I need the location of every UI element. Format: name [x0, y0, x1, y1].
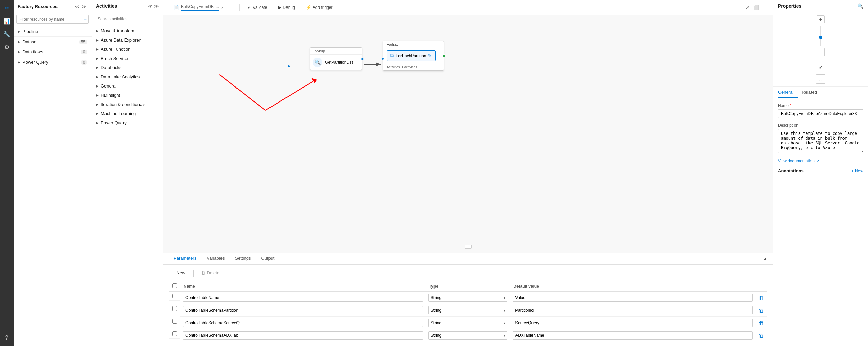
tab-parameters[interactable]: Parameters [169, 253, 201, 264]
activity-group-azfunc[interactable]: ▶ Azure Function [92, 45, 163, 54]
factory-expand-icon[interactable]: ≫ [81, 3, 87, 10]
row2-default-input[interactable] [513, 306, 753, 314]
nav-dataset[interactable]: ▶ Dataset 55 [14, 37, 92, 47]
row2-delete-button[interactable]: 🗑 [758, 307, 765, 314]
add-annotation-button[interactable]: + New [851, 169, 863, 173]
row1-checkbox[interactable] [172, 294, 177, 298]
row1-type-select[interactable]: String [428, 294, 507, 302]
activity-group-batch[interactable]: ▶ Batch Service [92, 54, 163, 63]
nav-dataflows[interactable]: ▶ Data flows 0 [14, 47, 92, 57]
tab-variables[interactable]: Variables [202, 253, 229, 264]
params-delete-button[interactable]: 🗑 Delete [198, 269, 223, 277]
validate-label: Validate [253, 5, 267, 10]
bottom-collapse-icon[interactable]: ▲ [763, 253, 767, 264]
select-all-checkbox[interactable] [172, 283, 177, 288]
name-input[interactable] [778, 109, 863, 118]
foreach-node[interactable]: ForEach ⧉ ForEachPartition ✎ Activities … [383, 41, 444, 71]
row1-name-input[interactable] [183, 294, 423, 302]
activities-expand-icon[interactable]: ≫ [154, 4, 159, 9]
canvas-collapse-button[interactable]: — [465, 245, 472, 249]
fit-selection-button[interactable]: ⬚ [816, 74, 825, 84]
pencil-icon[interactable]: ✏ [1, 3, 12, 14]
params-new-button[interactable]: + New [169, 269, 189, 277]
factory-add-button[interactable]: + [84, 16, 87, 22]
lookup-node[interactable]: Lookup 🔍 GetPartitionList [310, 47, 362, 70]
foreach-edit-icon[interactable]: ✎ [428, 53, 432, 58]
canvas-zoom-controls: + − [773, 12, 868, 60]
add-annotation-label: New [855, 169, 863, 173]
activities-collapse-icon[interactable]: ≪ [148, 4, 153, 9]
split-view-icon[interactable]: ⬜ [753, 5, 759, 10]
tab-related[interactable]: Related [802, 87, 821, 98]
activities-search-bar [95, 15, 160, 23]
row4-checkbox[interactable] [172, 331, 177, 336]
description-textarea[interactable]: Use this template to copy large amount o… [778, 129, 863, 153]
properties-body: Name * Description Use this template to … [773, 98, 868, 346]
activity-group-hdinsight[interactable]: ▶ HDInsight [92, 91, 163, 100]
row1-delete-button[interactable]: 🗑 [758, 294, 765, 301]
row3-default-input[interactable] [513, 319, 753, 327]
zoom-in-button[interactable]: + [817, 15, 825, 23]
tab-general[interactable]: General [778, 87, 798, 98]
row3-type-select[interactable]: String [428, 319, 507, 327]
zoom-out-button[interactable]: − [817, 48, 825, 56]
params-new-label: New [177, 270, 185, 276]
activities-search-input[interactable] [95, 15, 160, 23]
nav-pipeline[interactable]: ▶ Pipeline [14, 27, 92, 37]
row2-type-select[interactable]: String [428, 306, 507, 314]
nav-powerquery[interactable]: ▶ Power Query 0 [14, 57, 92, 67]
file-tab[interactable]: 📄 BulkCopyFromDBT... × [169, 2, 228, 13]
row3-name-input[interactable] [183, 319, 423, 327]
row4-name-input[interactable] [183, 331, 423, 340]
row3-name-cell [180, 317, 426, 329]
gear-icon[interactable]: ⚙ [1, 42, 12, 52]
foreach-input-port[interactable] [381, 57, 384, 60]
foreach-output-port[interactable] [443, 54, 445, 57]
more-options-icon[interactable]: ... [763, 5, 767, 10]
params-delete-icon: 🗑 [201, 270, 206, 276]
tab-output[interactable]: Output [256, 253, 279, 264]
help-icon[interactable]: ? [1, 332, 12, 343]
properties-search-icon[interactable]: 🔍 [857, 3, 863, 9]
activity-group-ml[interactable]: ▶ Machine Learning [92, 109, 163, 118]
factory-search-input[interactable] [16, 15, 89, 24]
row2-default-cell [510, 304, 755, 317]
row4-default-input[interactable] [513, 331, 753, 340]
debug-button[interactable]: ▶ Debug [275, 3, 297, 11]
toolbox-icon[interactable]: 🔧 [1, 29, 12, 40]
activity-group-pq[interactable]: ▶ Power Query [92, 118, 163, 127]
activity-group-databricks[interactable]: ▶ Databricks [92, 63, 163, 72]
zoom-thumb[interactable] [819, 36, 822, 39]
expand-view-icon[interactable]: ⤢ [745, 5, 749, 10]
row3-delete-button[interactable]: 🗑 [758, 319, 765, 327]
factory-collapse-icon[interactable]: ≪ [74, 3, 80, 10]
foreach-node-header: ForEach [383, 41, 444, 48]
activity-group-iteration[interactable]: ▶ Iteration & conditionals [92, 100, 163, 109]
row4-type-select[interactable]: String [428, 331, 507, 340]
view-documentation-link[interactable]: View documentation ↗ [778, 159, 863, 163]
monitor-icon[interactable]: 📊 [1, 16, 12, 27]
activity-group-dla[interactable]: ▶ Data Lake Analytics [92, 72, 163, 81]
pipeline-canvas[interactable]: Lookup 🔍 GetPartitionList ForEach ⧉ ForE… [163, 15, 773, 253]
activity-group-move[interactable]: ▶ Move & transform [92, 26, 163, 35]
row2-name-input[interactable] [183, 306, 423, 314]
move-group-label: Move & transform [101, 28, 136, 33]
foreach-inner-node[interactable]: ⧉ ForEachPartition ✎ [387, 50, 436, 61]
row4-delete-button[interactable]: 🗑 [758, 332, 765, 339]
dataflows-count: 0 [81, 50, 87, 54]
table-row: String 🗑 [169, 292, 767, 304]
powerquery-count: 0 [81, 60, 87, 65]
fit-to-screen-button[interactable]: ⤢ [816, 63, 825, 72]
pq-chevron-icon: ▶ [96, 121, 99, 125]
validate-button[interactable]: ✓ Validate [245, 3, 270, 11]
file-tab-close-icon[interactable]: × [221, 6, 223, 10]
activity-group-general[interactable]: ▶ General [92, 81, 163, 91]
add-trigger-button[interactable]: ⚡ Add trigger [303, 3, 335, 11]
tab-settings[interactable]: Settings [230, 253, 256, 264]
row1-default-input[interactable] [513, 294, 753, 302]
row2-checkbox[interactable] [172, 306, 177, 311]
row1-type-wrapper: String [428, 294, 507, 302]
row3-checkbox[interactable] [172, 319, 177, 324]
activity-group-adx[interactable]: ▶ Azure Data Explorer [92, 35, 163, 45]
lookup-output-port[interactable] [361, 58, 364, 60]
